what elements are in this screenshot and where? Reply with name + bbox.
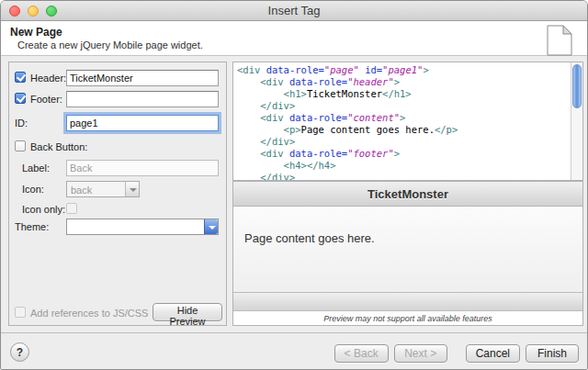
id-input[interactable] [66,115,219,131]
live-preview: TicketMonster Page content goes here. Pr… [232,181,583,326]
footer-input[interactable] [66,91,219,107]
id-row: ID: [9,115,226,133]
footer-label: Footer: [30,94,62,105]
window-title: Insert Tag [1,4,587,17]
preview-note: Preview may not support all available fe… [233,314,582,323]
hide-preview-button[interactable]: Hide Preview [153,303,222,321]
icon-only-checkbox[interactable] [66,203,77,214]
label-row: Label: [9,160,226,178]
back-button-label: Back Button: [30,141,87,152]
footer-row: Footer: [9,91,226,109]
code-line: </div> [237,172,571,180]
preview-page-footer [233,292,582,311]
insert-tag-dialog: Insert Tag New Page Create a new jQuery … [0,0,588,370]
wizard-banner: New Page Create a new jQuery Mobile page… [1,21,587,56]
code-line: <div data-role="header"> [237,76,571,88]
code-preview: <div data-role="page" id="page1"> <div d… [232,62,583,181]
footer-checkbox[interactable] [15,93,26,104]
code-line: </div> [237,100,571,112]
icon-dropdown[interactable]: back [66,181,140,197]
back-button-row: Back Button: [9,139,226,157]
form-panel: Header: Footer: ID: Back Button: Label: … [8,62,227,326]
chevron-down-icon[interactable] [125,182,139,196]
chevron-down-icon[interactable] [204,219,218,234]
code-line: <div data-role="page" id="page1"> [237,64,571,76]
icon-label: Icon: [22,184,44,195]
finish-button[interactable]: Finish [526,344,579,363]
label-input[interactable] [66,160,219,176]
scrollbar-thumb[interactable] [572,64,582,108]
icon-only-row: Icon only: [9,201,226,219]
wizard-buttons: < Back Next > Cancel Finish [334,344,579,363]
code-line: <h1>TicketMonster</h1> [237,88,571,100]
back-button-checkbox[interactable] [15,140,26,151]
code-line: <div data-role="footer"> [237,148,571,160]
back-button[interactable]: < Back [334,344,389,363]
code-editor[interactable]: <div data-role="page" id="page1"> <div d… [233,62,571,180]
header-input[interactable] [66,70,219,86]
page-title: New Page [10,26,62,39]
add-refs-label: Add references to JS/CSS [30,308,148,319]
icon-row: Icon: back [9,181,226,199]
preview-page-content: Page content goes here. [233,207,582,292]
titlebar[interactable]: Insert Tag [1,1,587,21]
header-checkbox[interactable] [15,72,26,83]
cancel-button[interactable]: Cancel [466,344,520,363]
code-line: <p>Page content goes here.</p> [237,124,571,136]
dialog-button-bar: ? < Back Next > Cancel Finish [1,332,587,369]
icon-dropdown-value: back [71,185,92,196]
panel-bottom-row: Add references to JS/CSS Hide Preview [9,303,226,321]
code-line: <div data-role="content"> [237,112,571,124]
next-button[interactable]: Next > [394,344,447,363]
preview-page-header: TicketMonster [233,182,582,207]
page-subtitle: Create a new jQuery Mobile page widget. [17,39,203,50]
header-row: Header: [9,70,226,88]
theme-label: Theme: [15,221,49,232]
code-line: <h4></h4> [237,160,571,172]
add-refs-checkbox[interactable] [15,307,26,318]
icon-only-label: Icon only: [22,204,65,215]
new-page-icon [545,24,574,57]
code-scrollbar[interactable] [571,62,582,180]
id-label: ID: [15,118,28,129]
theme-dropdown[interactable] [66,219,219,235]
help-button[interactable]: ? [10,342,29,362]
theme-row: Theme: [9,219,226,237]
label-label: Label: [22,163,50,174]
header-label: Header: [30,73,66,84]
code-line: </div> [237,136,571,148]
